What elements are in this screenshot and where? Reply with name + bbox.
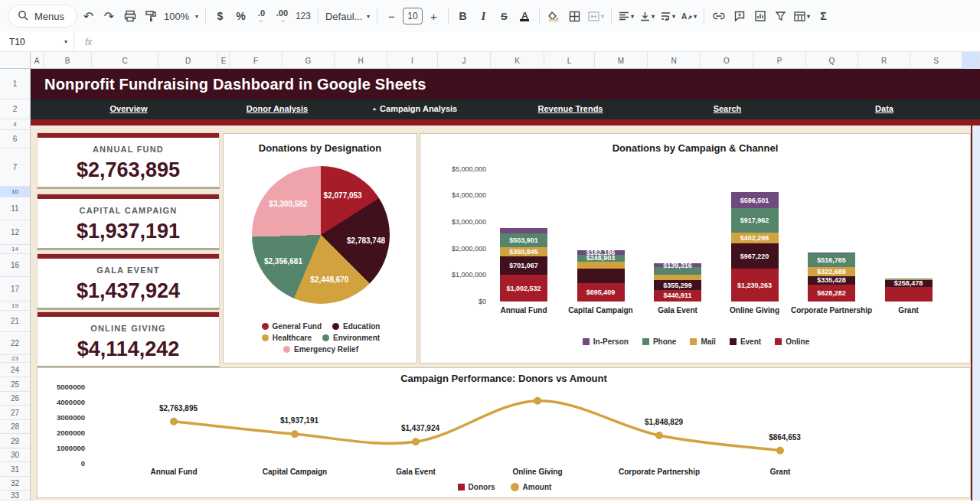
row-header-4[interactable]: 4 — [0, 119, 30, 130]
vertical-align-button[interactable]: ▾ — [638, 6, 657, 26]
font-size-input[interactable]: 10 — [403, 8, 423, 24]
column-header-E[interactable]: E — [218, 52, 230, 69]
font-select[interactable]: Defaul...▾ — [323, 6, 372, 26]
row-header-11[interactable]: 11 — [0, 197, 30, 220]
row-header-25[interactable]: 25 — [0, 377, 30, 392]
kpi-card-capital-campaign[interactable]: CAPITAL CAMPAIGN$1,937,191 — [37, 194, 220, 250]
row-header-16[interactable]: 16 — [0, 254, 30, 277]
zoom-select[interactable]: 100% ▾ — [162, 6, 201, 26]
kpi-label: CAPITAL CAMPAIGN — [38, 206, 219, 215]
row-header-10[interactable]: 10 — [0, 187, 30, 197]
legend-item-general-fund: General Fund — [262, 322, 322, 331]
column-header-P[interactable]: P — [753, 52, 806, 69]
column-header-N[interactable]: N — [648, 52, 701, 69]
row-header-33[interactable]: 33 — [0, 491, 30, 500]
select-all-corner[interactable] — [0, 52, 31, 68]
pie-chart-panel[interactable]: Donations by Designation $2,077,053$2,78… — [223, 133, 417, 363]
nav-link-donor-analysis[interactable]: Donor Analysis — [247, 104, 308, 113]
stacked-bar-capital-campaign[interactable]: $695,409$248,903$182,186 — [577, 250, 625, 302]
column-header-Q[interactable]: Q — [806, 52, 858, 69]
row-header-26[interactable]: 26 — [0, 392, 30, 406]
decrease-font-size-button[interactable]: − — [382, 6, 401, 26]
row-header-23[interactable]: 23 — [0, 355, 30, 363]
text-color-button[interactable]: A — [515, 6, 534, 26]
stacked-bar-corporate-partnership[interactable]: $628,282$335,428$322,689$516,765 — [808, 253, 855, 302]
row-header-32[interactable]: 32 — [0, 477, 30, 491]
row-header-24[interactable]: 24 — [0, 363, 30, 377]
row-header-29[interactable]: 29 — [0, 434, 30, 448]
stacked-bar-online-giving[interactable]: $1,230,263$967,220$402,296$917,962$596,5… — [731, 192, 779, 302]
column-header-C[interactable]: C — [92, 52, 158, 69]
row-header-7[interactable]: 7 — [0, 148, 30, 187]
nav-link-campaign-analysis[interactable]: ‣Campaign Analysis — [373, 104, 457, 113]
column-header-B[interactable]: B — [44, 52, 92, 69]
borders-button[interactable] — [565, 6, 584, 26]
row-header-1[interactable]: 1 — [0, 69, 30, 99]
insert-comment-button[interactable] — [730, 6, 749, 26]
kpi-card-annual-fund[interactable]: ANNUAL FUND$2,763,895 — [37, 132, 220, 189]
menus-search[interactable]: Menus — [8, 5, 77, 28]
increase-decimal-button[interactable]: .00→ — [273, 6, 292, 26]
italic-button[interactable]: I — [474, 6, 493, 26]
column-header-F[interactable]: F — [230, 52, 283, 69]
row-header-27[interactable]: 27 — [0, 406, 30, 420]
text-rotation-button[interactable]: A▾ — [679, 6, 699, 26]
column-header-S[interactable]: S — [910, 52, 962, 69]
text-wrap-button[interactable]: ▾ — [658, 6, 678, 26]
column-header-H[interactable]: H — [335, 52, 387, 69]
increase-font-size-button[interactable]: + — [424, 6, 443, 26]
column-header-T[interactable] — [962, 52, 980, 69]
column-header-M[interactable]: M — [595, 52, 648, 69]
column-header-R[interactable]: R — [858, 52, 910, 69]
line-chart-panel[interactable]: Campaign Performance: Donors vs Amount 0… — [37, 367, 971, 498]
paint-format-button[interactable] — [141, 6, 160, 26]
nav-link-data[interactable]: Data — [875, 104, 893, 113]
nav-link-overview[interactable]: Overview — [110, 104, 148, 113]
column-header-A[interactable]: A — [31, 52, 44, 69]
row-header-21[interactable]: 21 — [0, 311, 30, 332]
horizontal-align-button[interactable]: ▾ — [616, 6, 636, 26]
row-header-31[interactable]: 31 — [0, 462, 30, 477]
column-header-J[interactable]: J — [438, 52, 491, 69]
row-header-14[interactable]: 14 — [0, 245, 30, 254]
insert-link-button[interactable] — [709, 6, 728, 26]
name-box[interactable]: T10 ▾ — [0, 37, 74, 47]
row-header-2[interactable]: 2 — [0, 99, 30, 119]
fill-color-button[interactable] — [544, 6, 564, 26]
nav-link-revenue-trends[interactable]: Revenue Trends — [538, 104, 603, 113]
filter-icon[interactable] — [771, 6, 790, 26]
stacked-bar-annual-fund[interactable]: $1,002,532$701,067$350,845$503,901 — [500, 228, 547, 302]
row-header-17[interactable]: 17 — [0, 277, 30, 302]
redo-button[interactable]: ↷ — [100, 6, 119, 26]
stacked-bar-gala-event[interactable]: $440,911$355,299$139,316 — [654, 263, 701, 302]
row-header-22[interactable]: 22 — [0, 332, 30, 355]
insert-chart-button[interactable] — [750, 6, 769, 26]
column-header-D[interactable]: D — [158, 52, 218, 69]
functions-button[interactable]: Σ — [814, 6, 833, 26]
table-views-button[interactable]: ▾ — [792, 6, 812, 26]
row-header-6[interactable]: 6 — [0, 130, 30, 148]
undo-button[interactable]: ↶ — [79, 6, 98, 26]
kpi-card-gala-event[interactable]: GALA EVENT$1,437,924 — [37, 253, 220, 310]
strikethrough-button[interactable]: S — [495, 6, 514, 26]
format-currency-button[interactable]: $ — [211, 6, 230, 26]
kpi-card-online-giving[interactable]: ONLINE GIVING$4,114,242 — [37, 311, 220, 368]
row-header-19[interactable]: 19 — [0, 302, 30, 311]
bold-button[interactable]: B — [453, 6, 472, 26]
column-header-I[interactable]: I — [387, 52, 438, 69]
row-header-30[interactable]: 30 — [0, 448, 30, 462]
column-header-L[interactable]: L — [544, 52, 595, 69]
row-header-28[interactable]: 28 — [0, 420, 30, 434]
format-percent-button[interactable]: % — [231, 6, 250, 26]
print-button[interactable] — [120, 6, 139, 26]
bar-chart-panel[interactable]: Donations by Campaign & Channel $0$1,000… — [420, 133, 971, 363]
decrease-decimal-button[interactable]: .0← — [252, 6, 271, 26]
formula-input[interactable] — [92, 32, 980, 51]
nav-link-search[interactable]: Search — [714, 104, 742, 113]
row-header-12[interactable]: 12 — [0, 220, 30, 245]
more-formats-button[interactable]: 123 — [293, 6, 313, 26]
column-header-O[interactable]: O — [701, 52, 753, 69]
stacked-bar-grant[interactable]: $258,478 — [885, 279, 933, 302]
column-header-G[interactable]: G — [283, 52, 335, 69]
column-header-K[interactable]: K — [491, 52, 544, 69]
